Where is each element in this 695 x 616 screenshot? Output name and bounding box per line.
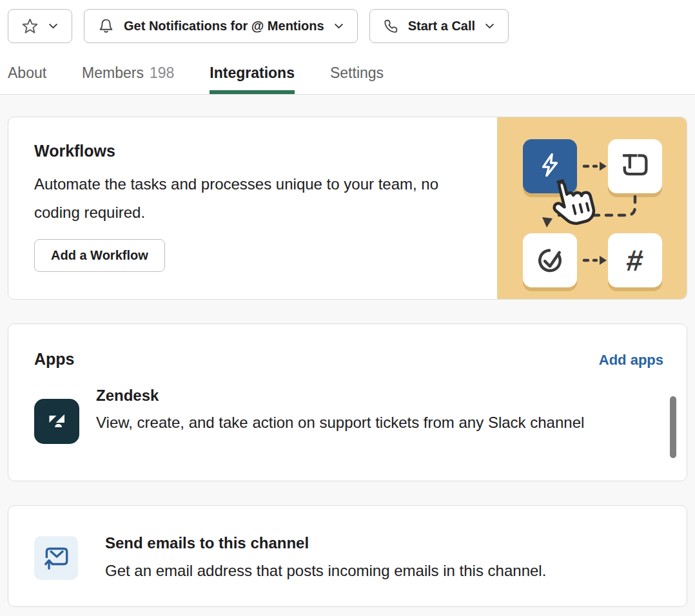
tab-about[interactable]: About (8, 64, 46, 94)
zendesk-app-text: Zendesk View, create, and take action on… (96, 385, 584, 437)
workflows-card: Workflows Automate the tasks and process… (8, 117, 687, 300)
send-emails-text: Send emails to this channel Get an email… (105, 533, 546, 582)
phone-icon (383, 18, 399, 34)
star-channel-button[interactable] (8, 9, 72, 43)
integrations-panel: Workflows Automate the tasks and process… (0, 95, 695, 616)
tab-settings[interactable]: Settings (330, 64, 384, 94)
tab-integrations[interactable]: Integrations (210, 64, 295, 94)
add-apps-link[interactable]: Add apps (599, 352, 663, 369)
app-name: Zendesk (96, 385, 584, 406)
tab-about-label: About (8, 64, 46, 81)
email-icon-tile (34, 536, 78, 580)
app-description: View, create, and take action on support… (96, 409, 584, 437)
apps-title: Apps (34, 350, 75, 369)
apps-header: Apps Add apps (8, 324, 687, 369)
send-emails-description: Get an email address that posts incoming… (105, 560, 546, 582)
start-call-button[interactable]: Start a Call (369, 9, 509, 43)
add-workflow-button[interactable]: Add a Workflow (34, 239, 165, 272)
notifications-button-label: Get Notifications for @ Mentions (124, 19, 324, 34)
chevron-down-icon (484, 21, 495, 32)
send-emails-title: Send emails to this channel (105, 533, 546, 553)
app-list-item-zendesk[interactable]: Zendesk View, create, and take action on… (8, 369, 687, 444)
tab-members[interactable]: Members198 (82, 64, 174, 94)
bell-icon (97, 17, 115, 35)
incoming-email-icon (41, 542, 71, 574)
channel-toolbar: Get Notifications for @ Mentions Start a… (8, 9, 687, 43)
chevron-down-icon (48, 21, 59, 32)
start-call-button-label: Start a Call (408, 19, 475, 34)
channel-tabs: About Members198 Integrations Settings (8, 64, 687, 94)
star-icon (21, 17, 39, 35)
send-emails-card[interactable]: Send emails to this channel Get an email… (8, 505, 687, 607)
channel-details-header: Get Notifications for @ Mentions Start a… (0, 0, 695, 95)
workflows-description: Automate the tasks and processes unique … (34, 170, 447, 227)
workflows-illustration: # (497, 117, 687, 299)
notifications-button[interactable]: Get Notifications for @ Mentions (84, 9, 358, 43)
tab-integrations-label: Integrations (210, 64, 295, 81)
tab-members-label: Members (82, 64, 144, 81)
chevron-down-icon (333, 21, 344, 32)
tab-members-count: 198 (150, 64, 174, 81)
zendesk-app-icon (34, 399, 79, 444)
tab-settings-label: Settings (330, 64, 384, 81)
apps-card: Apps Add apps Zendesk View, create, and … (8, 323, 687, 481)
apps-scrollbar-thumb[interactable] (670, 396, 676, 458)
